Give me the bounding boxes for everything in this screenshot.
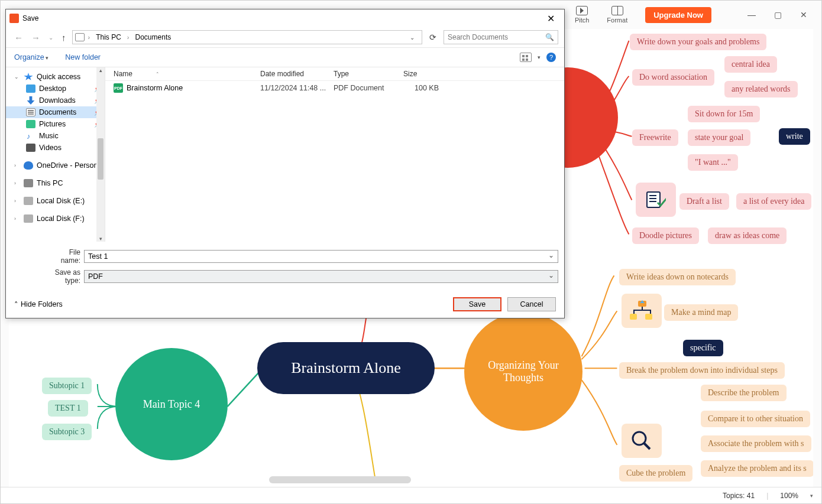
- node-write-goals[interactable]: Write down your goals and problems: [630, 34, 766, 50]
- tree-quick-access[interactable]: ⌄Quick access: [6, 71, 105, 83]
- desktop-icon: [26, 84, 35, 93]
- dialog-toolbar: Organize New folder ▾ ?: [6, 47, 564, 67]
- breadcrumb-expand-icon[interactable]: ⌄: [407, 34, 417, 41]
- tree-pictures[interactable]: Pictures📌: [6, 118, 105, 130]
- minimize-button[interactable]: —: [739, 6, 765, 24]
- dialog-navigation: ← → ⌄ ↑ › This PC › Documents ⌄ ⟳ Search…: [6, 27, 564, 47]
- file-name: Brainstorm Alone: [127, 84, 260, 92]
- node-central[interactable]: Brainstorm Alone: [257, 342, 435, 394]
- node-state-goal[interactable]: state your goal: [688, 129, 750, 146]
- view-dropdown-icon[interactable]: ▾: [538, 54, 541, 60]
- zoom-dropdown-icon[interactable]: ▾: [810, 493, 813, 499]
- node-cube[interactable]: Cube the problem: [619, 465, 692, 482]
- node-draw-ideas[interactable]: draw as ideas come: [708, 227, 787, 244]
- breadcrumb-folder[interactable]: Documents: [133, 33, 174, 41]
- savetype-select[interactable]: PDF: [84, 270, 558, 283]
- svg-point-5: [633, 432, 646, 445]
- tree-disk-f[interactable]: ›Local Disk (F:): [6, 213, 105, 225]
- tree-label: Documents: [39, 108, 76, 116]
- tree-disk-e[interactable]: ›Local Disk (E:): [6, 195, 105, 207]
- nav-forward-button[interactable]: →: [29, 31, 43, 44]
- node-main-topic-4[interactable]: Main Topic 4: [115, 348, 228, 460]
- hide-folders-button[interactable]: ˄Hide Folders: [14, 300, 63, 309]
- help-button[interactable]: ?: [546, 53, 556, 62]
- node-subtopic-1[interactable]: Subtopic 1: [42, 378, 92, 394]
- tree-desktop[interactable]: Desktop📌: [6, 83, 105, 95]
- node-word-association[interactable]: Do word association: [632, 69, 714, 86]
- tree-label: Music: [39, 132, 59, 140]
- col-size[interactable]: Size: [403, 70, 451, 78]
- node-list-every[interactable]: a list of every idea: [736, 193, 811, 210]
- node-break-problem[interactable]: Break the problem down into individual s…: [619, 362, 785, 379]
- tree-label: Downloads: [39, 96, 76, 105]
- tree-downloads[interactable]: Downloads📌: [6, 95, 105, 106]
- search-input[interactable]: Search Documents 🔍: [444, 30, 558, 44]
- node-sit-down[interactable]: Sit down for 15m: [688, 106, 760, 122]
- col-type[interactable]: Type: [334, 70, 403, 78]
- file-date: 11/12/2024 11:48 ...: [260, 84, 334, 92]
- node-subtopic-3[interactable]: Subtopic 3: [42, 424, 92, 440]
- svg-rect-3: [645, 314, 652, 320]
- file-row[interactable]: PDF Brainstorm Alone 11/12/2024 11:48 ..…: [105, 81, 564, 95]
- refresh-button[interactable]: ⟳: [426, 30, 440, 44]
- dialog-title: Save: [22, 14, 38, 22]
- tree-videos[interactable]: Videos: [6, 142, 105, 154]
- zoom-level[interactable]: 100%: [780, 492, 798, 500]
- video-icon: [26, 144, 35, 152]
- node-organizing[interactable]: Organizing Your Thoughts: [464, 313, 582, 431]
- node-specific[interactable]: specific: [683, 340, 723, 356]
- format-label: Format: [607, 17, 627, 24]
- cloud-icon: [24, 161, 33, 170]
- node-compare[interactable]: Compare it to other situation: [701, 411, 810, 427]
- maximize-button[interactable]: ▢: [765, 6, 791, 24]
- tree-this-pc[interactable]: ›This PC: [6, 177, 105, 189]
- view-mode-button[interactable]: [520, 53, 532, 62]
- node-notecards[interactable]: Write ideas down on notecards: [619, 269, 736, 285]
- canvas-scrollbar[interactable]: [269, 476, 411, 483]
- dialog-close-button[interactable]: ✕: [541, 12, 561, 25]
- dialog-body: ⌄Quick access Desktop📌 Downloads📌 Docume…: [6, 67, 564, 242]
- dialog-footer: ˄Hide Folders Save Cancel: [6, 291, 564, 318]
- nav-up-button[interactable]: ↑: [59, 31, 69, 44]
- tree-music[interactable]: ♪Music: [6, 130, 105, 142]
- tree-onedrive[interactable]: ›OneDrive - Person: [6, 160, 105, 171]
- node-associate[interactable]: Associate the problem with s: [701, 435, 811, 452]
- col-name[interactable]: Name˄: [114, 70, 260, 78]
- disk-icon: [24, 197, 33, 205]
- nav-recent-button[interactable]: ⌄: [46, 33, 56, 42]
- node-describe[interactable]: Describe the problem: [701, 385, 787, 401]
- node-freewrite[interactable]: Freewrite: [632, 129, 678, 146]
- list-icon: [636, 183, 676, 217]
- chevron-icon[interactable]: ›: [125, 34, 132, 41]
- cancel-button[interactable]: Cancel: [507, 297, 556, 311]
- pitch-button[interactable]: Pitch: [575, 6, 589, 24]
- node-analyze[interactable]: Analyze the problem and its s: [701, 460, 813, 477]
- breadcrumb[interactable]: › This PC › Documents ⌄: [72, 30, 423, 44]
- node-doodle[interactable]: Doodle pictures: [632, 227, 699, 244]
- node-mind-map[interactable]: Make a mind map: [664, 304, 738, 321]
- search-placeholder: Search Documents: [448, 33, 508, 41]
- node-central-idea[interactable]: central idea: [724, 56, 777, 73]
- organize-button[interactable]: Organize: [14, 53, 48, 61]
- node-related-words[interactable]: any related words: [724, 81, 798, 97]
- tree-scrollbar[interactable]: ▴▾: [96, 67, 105, 242]
- new-folder-button[interactable]: New folder: [65, 53, 101, 61]
- col-date[interactable]: Date modified: [260, 70, 334, 78]
- tree-documents[interactable]: Documents📌: [6, 106, 105, 118]
- breadcrumb-root[interactable]: This PC: [93, 33, 124, 41]
- upgrade-button[interactable]: Upgrade Now: [645, 7, 711, 23]
- node-write-tag[interactable]: write: [779, 128, 810, 145]
- music-icon: ♪: [26, 132, 35, 140]
- node-draft-list[interactable]: Draft a list: [679, 193, 729, 210]
- filename-input[interactable]: Test 1: [84, 250, 558, 263]
- node-i-want[interactable]: "I want ...": [688, 154, 738, 171]
- layout-icon: [611, 6, 623, 15]
- format-button[interactable]: Format: [607, 6, 627, 24]
- close-button[interactable]: ✕: [791, 6, 817, 24]
- nav-back-button[interactable]: ←: [12, 31, 25, 44]
- pc-icon: [24, 179, 33, 187]
- node-test-1[interactable]: TEST 1: [48, 400, 88, 417]
- file-type: PDF Document: [334, 84, 403, 92]
- chevron-icon[interactable]: ›: [86, 34, 93, 41]
- save-button[interactable]: Save: [453, 297, 501, 311]
